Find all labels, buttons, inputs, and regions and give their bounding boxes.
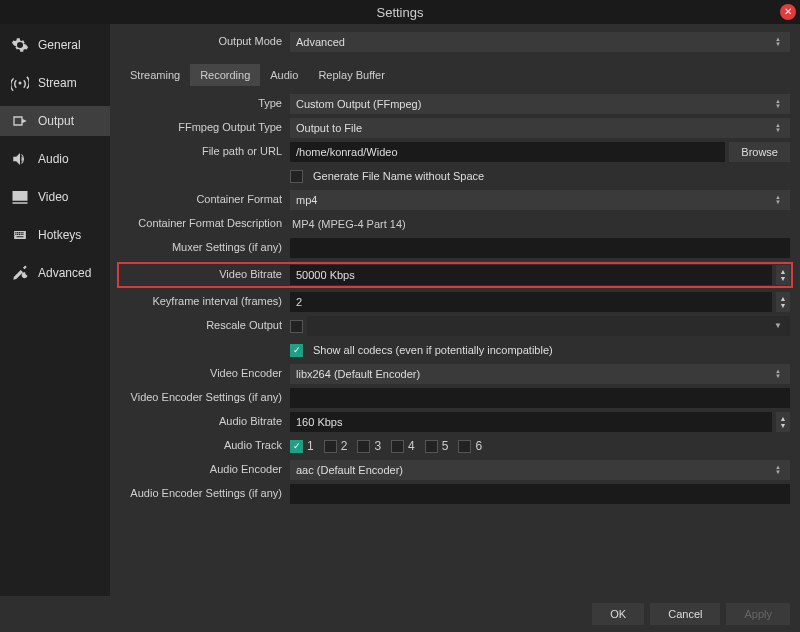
rescale-output-select[interactable]: ▼ <box>307 316 790 336</box>
container-format-select[interactable]: mp4 ▲▼ <box>290 190 790 210</box>
audio-encoder-select[interactable]: aac (Default Encoder) ▲▼ <box>290 460 790 480</box>
antenna-icon <box>10 75 30 91</box>
browse-button[interactable]: Browse <box>729 142 790 162</box>
output-icon <box>10 113 30 129</box>
container-format-label: Container Format <box>120 193 290 206</box>
show-all-codecs-checkbox[interactable]: ✓ <box>290 344 303 357</box>
ffmpeg-output-type-label: FFmpeg Output Type <box>120 121 290 134</box>
generate-filename-label: Generate File Name without Space <box>313 170 484 182</box>
sidebar-item-label: Video <box>38 190 68 204</box>
video-bitrate-input[interactable]: 50000 Kbps <box>290 265 772 285</box>
sidebar-item-label: Audio <box>38 152 69 166</box>
chevron-down-icon: ▼ <box>772 322 784 330</box>
rescale-output-label: Rescale Output <box>120 319 290 332</box>
audio-track-3-checkbox[interactable] <box>357 440 370 453</box>
muxer-settings-input[interactable] <box>290 238 790 258</box>
sidebar-item-label: Hotkeys <box>38 228 81 242</box>
ffmpeg-output-type-value: Output to File <box>296 122 362 134</box>
type-row: Type Custom Output (FFmpeg) ▲▼ <box>120 94 790 114</box>
output-mode-select[interactable]: Advanced ▲▼ <box>290 32 790 52</box>
content-panel: Output Mode Advanced ▲▼ Streaming Record… <box>110 24 800 596</box>
audio-track-4-checkbox[interactable] <box>391 440 404 453</box>
type-select[interactable]: Custom Output (FFmpeg) ▲▼ <box>290 94 790 114</box>
keyframe-interval-input[interactable]: 2 <box>290 292 772 312</box>
video-encoder-value: libx264 (Default Encoder) <box>296 368 420 380</box>
ok-button[interactable]: OK <box>592 603 644 625</box>
audio-bitrate-input[interactable]: 160 Kbps <box>290 412 772 432</box>
audio-track-group: ✓1 2 3 4 5 6 <box>290 439 482 453</box>
type-value: Custom Output (FFmpeg) <box>296 98 421 110</box>
track-label: 4 <box>408 439 415 453</box>
audio-bitrate-value: 160 Kbps <box>296 416 342 428</box>
gear-icon <box>10 37 30 53</box>
video-encoder-settings-row: Video Encoder Settings (if any) <box>120 388 790 408</box>
sidebar-item-audio[interactable]: Audio <box>0 144 110 174</box>
audio-encoder-label: Audio Encoder <box>120 463 290 476</box>
updown-icon: ▲▼ <box>772 37 784 47</box>
tab-recording[interactable]: Recording <box>190 64 260 86</box>
audio-track-1-checkbox[interactable]: ✓ <box>290 440 303 453</box>
type-label: Type <box>120 97 290 110</box>
keyframe-interval-value: 2 <box>296 296 302 308</box>
tab-audio[interactable]: Audio <box>260 64 308 86</box>
output-tabs: Streaming Recording Audio Replay Buffer <box>120 64 790 86</box>
track-label: 6 <box>475 439 482 453</box>
generate-filename-checkbox[interactable] <box>290 170 303 183</box>
close-icon[interactable]: ✕ <box>780 4 796 20</box>
output-mode-label: Output Mode <box>120 35 290 48</box>
file-path-row: File path or URL /home/konrad/Wideo Brow… <box>120 142 790 162</box>
titlebar: Settings ✕ <box>0 0 800 24</box>
video-bitrate-spinner[interactable]: ▲▼ <box>776 265 790 285</box>
updown-icon: ▲▼ <box>772 195 784 205</box>
ffmpeg-output-type-select[interactable]: Output to File ▲▼ <box>290 118 790 138</box>
tools-icon <box>10 265 30 281</box>
show-all-codecs-row: ✓ Show all codecs (even if potentially i… <box>120 340 790 360</box>
sidebar-item-advanced[interactable]: Advanced <box>0 258 110 288</box>
audio-track-6-checkbox[interactable] <box>458 440 471 453</box>
audio-track-5-checkbox[interactable] <box>425 440 438 453</box>
updown-icon: ▲▼ <box>772 465 784 475</box>
rescale-output-row: Rescale Output ▼ <box>120 316 790 336</box>
rescale-output-checkbox[interactable] <box>290 320 303 333</box>
sidebar-item-label: Stream <box>38 76 77 90</box>
file-path-input[interactable]: /home/konrad/Wideo <box>290 142 725 162</box>
sidebar-item-video[interactable]: Video <box>0 182 110 212</box>
updown-icon: ▲▼ <box>772 369 784 379</box>
track-label: 3 <box>374 439 381 453</box>
audio-encoder-settings-input[interactable] <box>290 484 790 504</box>
video-bitrate-label: Video Bitrate <box>120 268 290 281</box>
monitor-icon <box>10 189 30 205</box>
sidebar-item-general[interactable]: General <box>0 30 110 60</box>
audio-bitrate-row: Audio Bitrate 160 Kbps ▲▼ <box>120 412 790 432</box>
file-path-label: File path or URL <box>120 145 290 158</box>
audio-encoder-settings-row: Audio Encoder Settings (if any) <box>120 484 790 504</box>
tab-replay-buffer[interactable]: Replay Buffer <box>308 64 394 86</box>
sidebar: General Stream Output Audio Video Hotkey… <box>0 24 110 596</box>
cancel-button[interactable]: Cancel <box>650 603 720 625</box>
updown-icon: ▲▼ <box>772 123 784 133</box>
sidebar-item-hotkeys[interactable]: Hotkeys <box>0 220 110 250</box>
window-title: Settings <box>377 5 424 20</box>
container-format-value: mp4 <box>296 194 317 206</box>
sidebar-item-label: Output <box>38 114 74 128</box>
ffmpeg-output-type-row: FFmpeg Output Type Output to File ▲▼ <box>120 118 790 138</box>
main-area: General Stream Output Audio Video Hotkey… <box>0 24 800 596</box>
video-encoder-select[interactable]: libx264 (Default Encoder) ▲▼ <box>290 364 790 384</box>
audio-encoder-settings-label: Audio Encoder Settings (if any) <box>120 487 290 500</box>
keyframe-interval-spinner[interactable]: ▲▼ <box>776 292 790 312</box>
sidebar-item-label: Advanced <box>38 266 91 280</box>
keyframe-interval-row: Keyframe interval (frames) 2 ▲▼ <box>120 292 790 312</box>
container-format-desc-label: Container Format Description <box>120 217 290 230</box>
audio-encoder-row: Audio Encoder aac (Default Encoder) ▲▼ <box>120 460 790 480</box>
audio-track-2-checkbox[interactable] <box>324 440 337 453</box>
audio-track-row: Audio Track ✓1 2 3 4 5 6 <box>120 436 790 456</box>
video-encoder-settings-label: Video Encoder Settings (if any) <box>120 391 290 404</box>
audio-bitrate-spinner[interactable]: ▲▼ <box>776 412 790 432</box>
video-bitrate-row: Video Bitrate 50000 Kbps ▲▼ <box>117 262 793 288</box>
sidebar-item-stream[interactable]: Stream <box>0 68 110 98</box>
apply-button[interactable]: Apply <box>726 603 790 625</box>
video-encoder-settings-input[interactable] <box>290 388 790 408</box>
tab-streaming[interactable]: Streaming <box>120 64 190 86</box>
sidebar-item-output[interactable]: Output <box>0 106 110 136</box>
muxer-settings-row: Muxer Settings (if any) <box>120 238 790 258</box>
